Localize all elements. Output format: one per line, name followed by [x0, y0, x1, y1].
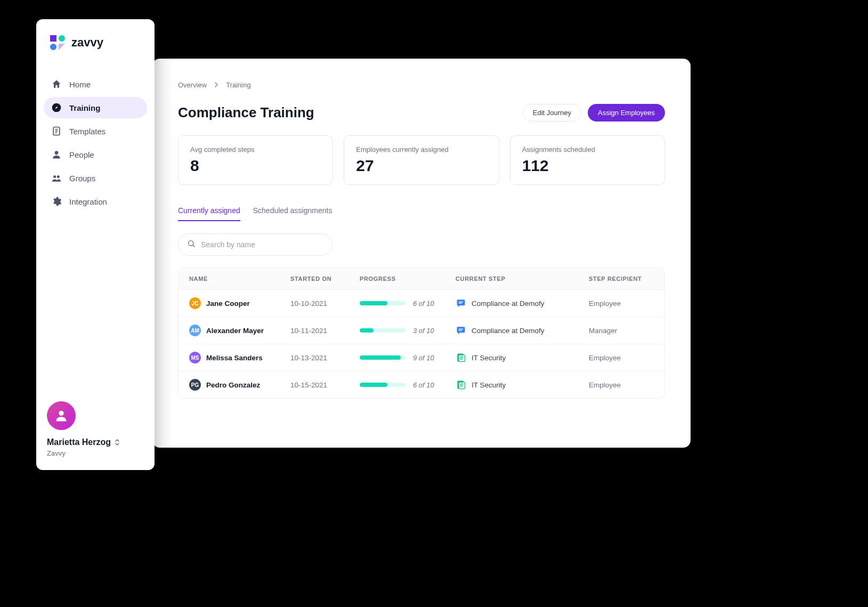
remove-button[interactable]: Remove — [658, 380, 665, 390]
svg-line-15 — [193, 245, 194, 247]
updown-icon — [114, 439, 120, 446]
avatar: MS — [189, 352, 201, 363]
document-icon — [456, 379, 466, 390]
assign-employees-button[interactable]: Assign Employees — [588, 104, 665, 122]
cell-name: MSMelissa Sanders — [189, 352, 285, 363]
sidebar-item-label: People — [69, 150, 94, 159]
sidebar-item-label: Groups — [69, 174, 95, 183]
col-started: STARTED ON — [290, 276, 354, 282]
sidebar-item-groups[interactable]: Groups — [44, 167, 147, 189]
table-row[interactable]: MSMelissa Sanders10-13-20219 of 10IT Sec… — [179, 344, 664, 371]
sidebar: zavvy HomeTrainingTemplatesPeopleGroupsI… — [36, 19, 155, 470]
brand-logo-mark — [49, 34, 66, 51]
templates-icon — [51, 126, 62, 136]
svg-marker-3 — [59, 44, 65, 50]
employee-name: Pedro Gonzalez — [206, 381, 260, 389]
user-avatar — [47, 401, 76, 430]
progress-text: 6 of 10 — [413, 381, 434, 389]
chevron-right-icon — [214, 81, 218, 89]
sidebar-item-templates[interactable]: Templates — [44, 120, 147, 142]
employee-name: Jane Cooper — [206, 300, 250, 307]
cell-started: 10-15-2021 — [290, 381, 354, 389]
cell-progress: 6 of 10 — [360, 300, 450, 307]
svg-rect-0 — [50, 35, 56, 42]
svg-marker-21 — [458, 333, 460, 334]
progress-bar — [360, 328, 405, 333]
svg-point-12 — [57, 175, 60, 178]
compass-icon — [51, 102, 62, 113]
table-row[interactable]: AMAlexander Mayer10-11-20213 of 10Compli… — [179, 317, 664, 344]
svg-point-13 — [59, 411, 63, 416]
groups-icon — [51, 173, 62, 183]
stats-row: Avg completed steps8Employees currently … — [178, 135, 665, 185]
home-icon — [51, 79, 62, 90]
stat-value: 27 — [356, 157, 486, 175]
brand-logo[interactable]: zavvy — [44, 32, 147, 64]
table-row[interactable]: JCJane Cooper10-10-20216 of 10Compliance… — [179, 289, 664, 317]
employee-name: Melissa Sanders — [206, 354, 263, 362]
step-name: Compliance at Demofy — [472, 300, 545, 307]
avatar: JC — [189, 297, 201, 309]
cell-current-step: IT Security — [456, 352, 583, 363]
col-progress: PROGRESS — [360, 276, 450, 282]
progress-text: 3 of 10 — [413, 327, 434, 335]
stat-label: Employees currently assigned — [356, 145, 486, 153]
table-header: NAME STARTED ON PROGRESS CURRENT STEP ST… — [179, 268, 664, 289]
tab-scheduled-assignments[interactable]: Scheduled assignments — [253, 203, 332, 221]
employee-name: Alexander Mayer — [206, 327, 264, 335]
stat-card: Employees currently assigned27 — [344, 135, 499, 185]
breadcrumb: Overview Training — [178, 81, 665, 89]
svg-point-1 — [59, 35, 65, 42]
search-input-wrap[interactable] — [178, 233, 332, 256]
stat-label: Assignments scheduled — [522, 145, 653, 153]
sidebar-nav: HomeTrainingTemplatesPeopleGroupsIntegra… — [44, 74, 147, 212]
cell-recipient: Employee — [589, 300, 653, 307]
person-icon — [51, 149, 62, 160]
stat-card: Assignments scheduled112 — [510, 135, 665, 185]
sidebar-item-people[interactable]: People — [44, 144, 147, 165]
gear-icon — [51, 196, 62, 207]
search-input[interactable] — [201, 240, 323, 249]
stat-card: Avg completed steps8 — [178, 135, 333, 185]
cell-started: 10-10-2021 — [290, 300, 354, 307]
cell-recipient: Manager — [589, 327, 653, 335]
sidebar-item-label: Training — [69, 103, 100, 112]
cell-name: JCJane Cooper — [189, 297, 285, 309]
chat-icon — [456, 298, 466, 309]
progress-bar — [360, 301, 405, 305]
sidebar-item-training[interactable]: Training — [44, 97, 147, 118]
brand-name: zavvy — [71, 36, 103, 50]
sidebar-item-integration[interactable]: Integration — [44, 191, 147, 212]
user-org: Zavvy — [47, 449, 66, 457]
remove-button[interactable]: Remove — [658, 298, 665, 309]
tab-currently-assigned[interactable]: Currently assigned — [178, 203, 240, 221]
header-actions: Edit Journey Assign Employees — [523, 104, 665, 122]
cell-started: 10-13-2021 — [290, 354, 354, 362]
table-row[interactable]: PGPedro Gonzalez10-15-20216 of 10IT Secu… — [179, 371, 664, 398]
remove-button[interactable]: Remove — [658, 326, 665, 336]
user-name-text: Marietta Herzog — [47, 438, 111, 447]
progress-text: 6 of 10 — [413, 300, 434, 307]
breadcrumb-root[interactable]: Overview — [178, 81, 207, 89]
stat-label: Avg completed steps — [190, 145, 321, 153]
stat-value: 112 — [522, 157, 653, 175]
user-name: Marietta Herzog — [47, 438, 120, 447]
cell-progress: 6 of 10 — [360, 381, 450, 389]
sidebar-item-home[interactable]: Home — [44, 74, 147, 95]
col-name: NAME — [189, 276, 285, 282]
remove-button[interactable]: Remove — [658, 353, 665, 363]
page-title: Compliance Training — [178, 104, 314, 121]
cell-current-step: Compliance at Demofy — [456, 298, 583, 309]
document-icon — [456, 352, 466, 363]
sidebar-item-label: Home — [69, 80, 91, 89]
col-recipient: STEP RECIPIENT — [589, 276, 653, 282]
cell-current-step: IT Security — [456, 379, 583, 390]
sidebar-user[interactable]: Marietta Herzog Zavvy — [44, 399, 147, 459]
progress-bar — [360, 355, 405, 360]
edit-journey-button[interactable]: Edit Journey — [523, 104, 581, 122]
tabs: Currently assignedScheduled assignments — [178, 203, 665, 222]
cell-recipient: Employee — [589, 381, 653, 389]
cell-recipient: Employee — [589, 354, 653, 362]
assignments-table: NAME STARTED ON PROGRESS CURRENT STEP ST… — [178, 268, 665, 399]
col-step: CURRENT STEP — [456, 276, 583, 282]
